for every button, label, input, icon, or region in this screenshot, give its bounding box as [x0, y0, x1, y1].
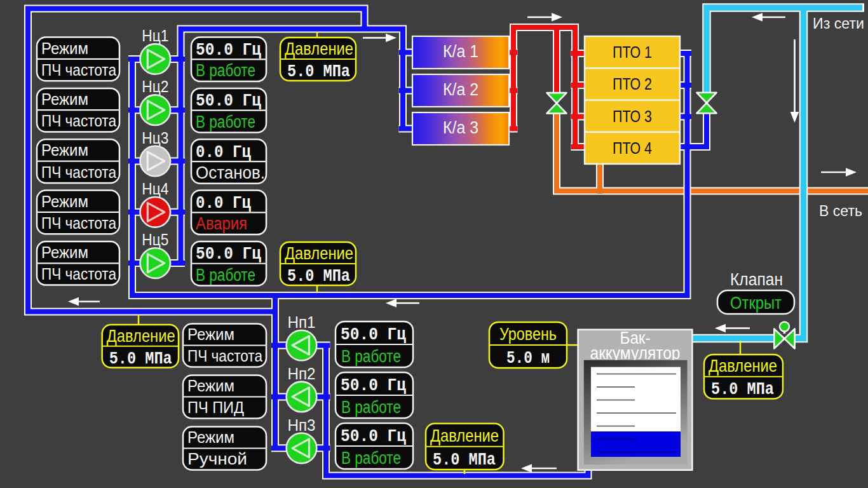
- svg-text:Режим: Режим: [41, 193, 88, 210]
- svg-text:В работе: В работе: [196, 112, 255, 132]
- svg-text:5.0 м: 5.0 м: [506, 348, 550, 368]
- svg-text:Открыт: Открыт: [730, 293, 782, 313]
- svg-text:В работе: В работе: [196, 266, 255, 285]
- svg-text:В работе: В работе: [341, 347, 401, 366]
- svg-text:50.0 Гц: 50.0 Гц: [341, 325, 406, 344]
- svg-text:ПТО 4: ПТО 4: [613, 139, 652, 157]
- svg-text:ПЧ частота: ПЧ частота: [41, 163, 116, 181]
- svg-text:Нп2: Нп2: [288, 364, 316, 383]
- svg-text:Режим: Режим: [187, 325, 234, 343]
- svg-text:50.0 Гц: 50.0 Гц: [196, 91, 261, 111]
- svg-text:ПТО 1: ПТО 1: [613, 43, 652, 61]
- svg-text:Режим: Режим: [41, 243, 88, 261]
- svg-text:Режим: Режим: [41, 90, 88, 108]
- svg-text:Давление: Давление: [709, 356, 777, 376]
- svg-text:Нц4: Нц4: [142, 179, 168, 198]
- svg-text:5.0 МПа: 5.0 МПа: [287, 266, 350, 286]
- svg-text:Нп3: Нп3: [288, 416, 316, 435]
- svg-text:В работе: В работе: [341, 398, 401, 417]
- svg-text:Нц2: Нц2: [142, 77, 168, 96]
- svg-text:К/а 3: К/а 3: [443, 118, 478, 137]
- svg-text:В работе: В работе: [341, 449, 401, 468]
- svg-text:Авария: Авария: [196, 214, 247, 233]
- svg-text:50.0 Гц: 50.0 Гц: [196, 40, 261, 60]
- svg-text:ПЧ частота: ПЧ частота: [41, 214, 116, 232]
- svg-text:Давление: Давление: [430, 426, 499, 445]
- svg-text:Давление: Давление: [285, 243, 353, 263]
- svg-text:ПЧ частота: ПЧ частота: [41, 61, 116, 79]
- svg-text:Режим: Режим: [187, 428, 234, 446]
- svg-text:5.0 МПа: 5.0 МПа: [433, 450, 496, 470]
- svg-text:Режим: Режим: [41, 39, 88, 57]
- svg-text:Клапан: Клапан: [730, 270, 783, 289]
- svg-text:Нц5: Нц5: [142, 230, 168, 249]
- svg-text:В сеть: В сеть: [819, 202, 862, 219]
- svg-text:5.0 МПа: 5.0 МПа: [287, 62, 350, 81]
- svg-text:аккумулятор: аккумулятор: [590, 344, 681, 363]
- svg-text:ПЧ ПИД: ПЧ ПИД: [187, 398, 244, 416]
- svg-text:Режим: Режим: [187, 377, 234, 395]
- svg-text:5.0 МПа: 5.0 МПа: [711, 379, 774, 399]
- svg-text:Из сети: Из сети: [813, 15, 864, 32]
- svg-text:0.0 Гц: 0.0 Гц: [196, 193, 251, 213]
- svg-text:В работе: В работе: [196, 61, 255, 80]
- svg-text:ПТО 2: ПТО 2: [613, 75, 652, 93]
- svg-text:Давление: Давление: [107, 326, 175, 346]
- svg-text:5.0 МПа: 5.0 МПа: [109, 349, 172, 369]
- svg-text:50.0 Гц: 50.0 Гц: [341, 426, 406, 446]
- svg-text:К/а 1: К/а 1: [443, 42, 478, 61]
- svg-text:Ручной: Ручной: [187, 450, 247, 468]
- svg-text:Нп1: Нп1: [288, 313, 316, 332]
- svg-text:50.0 Гц: 50.0 Гц: [341, 376, 406, 395]
- svg-text:ПЧ частота: ПЧ частота: [187, 347, 262, 365]
- svg-text:0.0 Гц: 0.0 Гц: [196, 142, 251, 162]
- svg-text:Уровень: Уровень: [499, 324, 557, 344]
- svg-text:К/а 2: К/а 2: [443, 80, 478, 99]
- svg-text:Нц3: Нц3: [142, 128, 168, 147]
- svg-text:Останов.: Останов.: [196, 163, 265, 182]
- svg-text:ПЧ частота: ПЧ частота: [41, 265, 116, 283]
- svg-text:50.0 Гц: 50.0 Гц: [196, 244, 261, 264]
- svg-text:ПЧ частота: ПЧ частота: [41, 112, 116, 130]
- svg-text:Режим: Режим: [41, 141, 88, 159]
- svg-text:Давление: Давление: [285, 39, 353, 58]
- svg-text:ПТО 3: ПТО 3: [613, 107, 652, 125]
- svg-text:Нц1: Нц1: [142, 26, 168, 45]
